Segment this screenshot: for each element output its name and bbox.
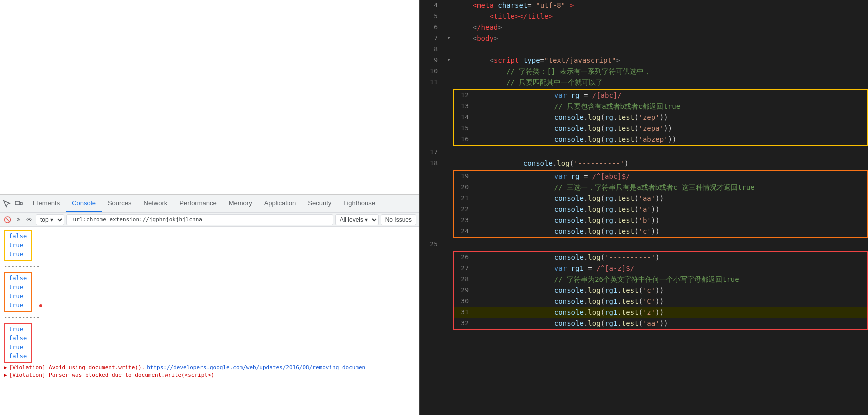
code-line-13: 13 // 只要包含有a或者b或者c都返回true: [454, 101, 867, 112]
svg-rect-1: [20, 202, 22, 205]
code-line-16: 16 console.log(rg.test('abzep')): [454, 134, 867, 145]
tab-console[interactable]: Console: [66, 195, 102, 212]
clear-console-icon[interactable]: 🚫: [3, 215, 12, 224]
yellow-box: 12 var rg = /[abc]/ 13 // 只要包含有a或者b或者c都返…: [453, 89, 868, 146]
group2-box: false true true true: [4, 272, 32, 312]
line-content-26: console.log('----------'): [484, 252, 867, 263]
group2-val2: true: [9, 283, 27, 292]
tab-application[interactable]: Application: [258, 195, 302, 212]
group1-val3: true: [9, 250, 27, 259]
line-content-9: <script type="text/javascript">: [453, 55, 868, 66]
console-settings-icon[interactable]: ⊘: [14, 215, 23, 224]
tab-elements[interactable]: Elements: [27, 195, 66, 212]
line-gutter-15: [476, 123, 484, 134]
line-content-21: console.log(rg.test('aa')): [484, 193, 867, 204]
url-filter-input[interactable]: [66, 214, 333, 225]
tab-lighthouse[interactable]: Lighthouse: [337, 195, 381, 212]
line-content-30: console.log(rg1.test('C')): [484, 296, 867, 307]
inspect-element-icon[interactable]: [2, 199, 12, 209]
group3-val4: false: [9, 352, 27, 361]
line-number-17: 17: [420, 147, 445, 158]
line-content-5: <title></title>: [453, 11, 868, 22]
line-gutter-31: [476, 307, 484, 318]
level-filter[interactable]: All levels ▾: [335, 214, 379, 225]
violation1: ▶ [Violation] Avoid using document.write…: [0, 364, 419, 371]
group2-val1: false: [9, 274, 27, 283]
tab-network[interactable]: Network: [138, 195, 174, 212]
group3-val2: false: [9, 334, 27, 343]
code-line-25: 25: [420, 239, 868, 250]
line-content-4: <meta charset= "utf-8" >: [453, 0, 868, 11]
code-line-23: 23 console.log(rg.test('b')): [454, 215, 867, 226]
red-box: 26 console.log('----------') 27 var rg1 …: [453, 251, 868, 330]
tab-performance[interactable]: Performance: [173, 195, 222, 212]
code-line-14: 14 console.log(rg.test('zep')): [454, 112, 867, 123]
code-line-10: 10 // 字符类：[] 表示有一系列字符可供选中，: [420, 66, 868, 77]
code-editor[interactable]: 4 <meta charset= "utf-8" > 5 <title></ti…: [420, 0, 868, 415]
line-number-25: 25: [420, 239, 445, 250]
tab-security[interactable]: Security: [302, 195, 337, 212]
code-line-18: 18 console.log('----------'): [420, 158, 868, 169]
code-line-9: 9 ▾ <script type="text/javascript">: [420, 55, 868, 66]
toolbar-icons: [2, 199, 24, 209]
orange-box: 19 var rg = /^[abc]$/ 20 // 三选一，字符串只有是a或…: [453, 170, 868, 238]
line-content-23: console.log(rg.test('b')): [484, 215, 867, 226]
line-content-16: console.log(rg.test('abzep')): [484, 134, 867, 145]
code-line-19: 19 var rg = /^[abc]$/: [454, 171, 867, 182]
line-gutter-17: [445, 147, 453, 158]
context-selector[interactable]: top ▾: [36, 214, 64, 225]
line-number-26: 26: [454, 252, 476, 263]
code-line-15: 15 console.log(rg.test('zepa')): [454, 123, 867, 134]
violation-arrow-1[interactable]: ▶: [4, 364, 7, 371]
no-issues-badge[interactable]: No Issues: [381, 214, 416, 225]
group1-box: false true true: [4, 230, 32, 261]
tab-memory[interactable]: Memory: [223, 195, 258, 212]
code-line-4: 4 <meta charset= "utf-8" >: [420, 0, 868, 11]
group1-val1: false: [9, 232, 27, 241]
red-dot-indicator: [39, 304, 42, 307]
line-gutter-16: [476, 134, 484, 145]
tab-sources[interactable]: Sources: [102, 195, 138, 212]
line-content-20: // 三选一，字符串只有是a或者b或者c 这三种情况才返回true: [484, 182, 867, 193]
line-gutter-21: [476, 193, 484, 204]
line-gutter-6: [445, 22, 453, 33]
code-line-6: 6 </head>: [420, 22, 868, 33]
line-content-24: console.log(rg.test('c')): [484, 226, 867, 237]
eye-icon[interactable]: 👁: [25, 215, 34, 224]
line-content-12: var rg = /[abc]/: [484, 90, 867, 101]
line-gutter-4: [445, 0, 453, 11]
line-number-27: 27: [454, 263, 476, 274]
line-gutter-13: [476, 101, 484, 112]
device-toggle-icon[interactable]: [14, 199, 24, 209]
code-line-26: 26 console.log('----------'): [454, 252, 867, 263]
line-gutter-22: [476, 204, 484, 215]
line-content-27: var rg1 = /^[a-z]$/: [484, 263, 867, 274]
code-line-22: 22 console.log(rg.test('a')): [454, 204, 867, 215]
line-gutter-5: [445, 11, 453, 22]
code-line-21: 21 console.log(rg.test('aa')): [454, 193, 867, 204]
code-line-28: 28 // 字符串为26个英文字符中任何一个小写字母都返回true: [454, 274, 867, 285]
code-line-30: 30 console.log(rg1.test('C')): [454, 296, 867, 307]
violation1-link[interactable]: https://developers.google.com/web/update…: [147, 364, 365, 371]
line-gutter-24: [476, 226, 484, 237]
violation2: ▶ [Violation] Parser was blocked due to …: [0, 371, 419, 379]
line-number-9: 9: [420, 55, 445, 66]
line-gutter-29: [476, 285, 484, 296]
line-gutter-9: ▾: [445, 55, 453, 66]
line-gutter-30: [476, 296, 484, 307]
line-gutter-32: [476, 318, 484, 329]
console-output[interactable]: false true true ---------- false true tr…: [0, 227, 419, 415]
code-lines: 4 <meta charset= "utf-8" > 5 <title></ti…: [420, 0, 868, 330]
violation-arrow-2[interactable]: ▶: [4, 372, 7, 378]
line-number-5: 5: [420, 11, 445, 22]
svg-rect-0: [15, 201, 20, 205]
line-content-10: // 字符类：[] 表示有一系列字符可供选中，: [453, 66, 868, 77]
line-content-6: </head>: [453, 22, 868, 33]
violation2-text: [Violation] Parser was blocked due to do…: [9, 372, 215, 378]
main-layout: Elements Console Sources Network Perform…: [0, 0, 868, 415]
line-gutter-25: [445, 239, 453, 250]
code-line-17: 17: [420, 147, 868, 158]
code-line-27: 27 var rg1 = /^[a-z]$/: [454, 263, 867, 274]
line-number-13: 13: [454, 101, 476, 112]
line-content-15: console.log(rg.test('zepa')): [484, 123, 867, 134]
